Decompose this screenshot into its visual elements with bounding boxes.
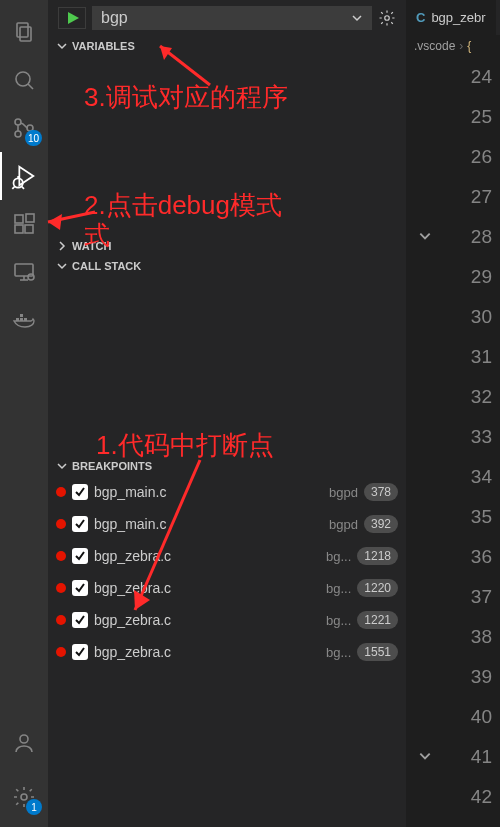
svg-rect-14 xyxy=(25,225,33,233)
line-number[interactable]: 30 xyxy=(406,297,500,337)
editor-area: C bgp_zebr .vscode › { 24252627282930313… xyxy=(406,0,500,827)
search-icon[interactable] xyxy=(0,56,48,104)
breakpoint-checkbox[interactable] xyxy=(72,612,88,628)
breakpoint-folder: bg... xyxy=(326,549,351,564)
debug-config-select[interactable]: bgp xyxy=(92,6,372,30)
svg-point-5 xyxy=(15,131,21,137)
editor-tab[interactable]: C bgp_zebr xyxy=(406,0,496,35)
breakpoint-row[interactable]: bgp_zebra.cbg...1220 xyxy=(56,572,398,604)
breakpoint-folder: bgpd xyxy=(329,517,358,532)
svg-rect-15 xyxy=(26,214,34,222)
line-number[interactable]: 25 xyxy=(406,97,500,137)
c-file-icon: C xyxy=(416,10,425,25)
callstack-body xyxy=(48,276,406,456)
breakpoint-checkbox[interactable] xyxy=(72,644,88,660)
svg-point-2 xyxy=(16,72,30,86)
breadcrumb[interactable]: .vscode › { xyxy=(406,35,500,57)
breakpoint-file: bgp_main.c xyxy=(94,484,323,500)
line-number[interactable]: 27 xyxy=(406,177,500,217)
line-number[interactable]: 26 xyxy=(406,137,500,177)
svg-point-27 xyxy=(385,16,390,21)
line-number[interactable]: 33 xyxy=(406,417,500,457)
breakpoint-file: bgp_zebra.c xyxy=(94,612,320,628)
activity-bar: 10 1 xyxy=(0,0,48,827)
settings-gear-icon[interactable]: 1 xyxy=(0,773,48,821)
breakpoint-checkbox[interactable] xyxy=(72,484,88,500)
section-callstack[interactable]: CALL STACK xyxy=(48,256,406,276)
chevron-down-icon xyxy=(56,460,68,472)
fold-chevron-icon[interactable] xyxy=(418,746,432,768)
breakpoint-checkbox[interactable] xyxy=(72,516,88,532)
line-gutter[interactable]: 24252627282930313233343536373839404142 xyxy=(406,57,500,817)
breakpoint-row[interactable]: bgp_zebra.cbg...1551 xyxy=(56,636,398,668)
start-debug-button[interactable] xyxy=(59,8,85,28)
chevron-down-icon xyxy=(56,260,68,272)
breakpoint-dot-icon xyxy=(56,487,66,497)
breakpoint-line-badge: 1221 xyxy=(357,611,398,629)
fold-chevron-icon[interactable] xyxy=(418,226,432,248)
breakpoint-line-badge: 1218 xyxy=(357,547,398,565)
breakpoint-line-badge: 392 xyxy=(364,515,398,533)
accounts-icon[interactable] xyxy=(0,719,48,767)
svg-rect-13 xyxy=(15,225,23,233)
breakpoint-row[interactable]: bgp_zebra.cbg...1218 xyxy=(56,540,398,572)
debug-sidebar: bgp VARIABLES WATCH CALL STACK BREAKPOIN… xyxy=(48,0,406,827)
svg-point-4 xyxy=(15,119,21,125)
line-number[interactable]: 42 xyxy=(406,777,500,817)
variables-body xyxy=(48,56,406,236)
breakpoints-list: bgp_main.cbgpd378bgp_main.cbgpd392bgp_ze… xyxy=(48,476,406,668)
line-number[interactable]: 41 xyxy=(406,737,500,777)
line-number[interactable]: 24 xyxy=(406,57,500,97)
svg-marker-7 xyxy=(19,167,33,186)
tab-filename: bgp_zebr xyxy=(431,10,485,25)
source-control-icon[interactable]: 10 xyxy=(0,104,48,152)
breakpoint-row[interactable]: bgp_zebra.cbg...1221 xyxy=(56,604,398,636)
chevron-down-icon xyxy=(56,40,68,52)
line-number[interactable]: 29 xyxy=(406,257,500,297)
breakpoint-folder: bg... xyxy=(326,645,351,660)
breakpoint-row[interactable]: bgp_main.cbgpd392 xyxy=(56,508,398,540)
line-number[interactable]: 36 xyxy=(406,537,500,577)
section-watch[interactable]: WATCH xyxy=(48,236,406,256)
breakpoint-dot-icon xyxy=(56,519,66,529)
breakpoint-checkbox[interactable] xyxy=(72,580,88,596)
breakpoint-dot-icon xyxy=(56,647,66,657)
svg-rect-1 xyxy=(20,27,31,41)
breakpoint-dot-icon xyxy=(56,615,66,625)
scm-badge: 10 xyxy=(25,130,42,146)
line-number[interactable]: 35 xyxy=(406,497,500,537)
breakpoint-dot-icon xyxy=(56,583,66,593)
breakpoint-folder: bg... xyxy=(326,581,351,596)
chevron-down-icon xyxy=(351,12,363,24)
line-number[interactable]: 38 xyxy=(406,617,500,657)
run-debug-icon[interactable] xyxy=(0,152,48,200)
line-number[interactable]: 32 xyxy=(406,377,500,417)
debug-config-name: bgp xyxy=(101,9,128,27)
breakpoint-line-badge: 1551 xyxy=(357,643,398,661)
line-number[interactable]: 39 xyxy=(406,657,500,697)
debug-settings-button[interactable] xyxy=(378,9,396,27)
explorer-icon[interactable] xyxy=(0,8,48,56)
breakpoint-dot-icon xyxy=(56,551,66,561)
docker-icon[interactable] xyxy=(0,296,48,344)
breakpoint-line-badge: 378 xyxy=(364,483,398,501)
breakpoint-file: bgp_zebra.c xyxy=(94,644,320,660)
line-number[interactable]: 31 xyxy=(406,337,500,377)
section-variables[interactable]: VARIABLES xyxy=(48,36,406,56)
extensions-icon[interactable] xyxy=(0,200,48,248)
svg-point-19 xyxy=(28,274,34,280)
breakpoint-row[interactable]: bgp_main.cbgpd378 xyxy=(56,476,398,508)
breakpoint-checkbox[interactable] xyxy=(72,548,88,564)
breakpoint-folder: bgpd xyxy=(329,485,358,500)
line-number[interactable]: 28 xyxy=(406,217,500,257)
line-number[interactable]: 37 xyxy=(406,577,500,617)
chevron-right-icon xyxy=(56,240,68,252)
settings-badge: 1 xyxy=(26,799,42,815)
breakpoint-file: bgp_zebra.c xyxy=(94,548,320,564)
section-breakpoints[interactable]: BREAKPOINTS xyxy=(48,456,406,476)
line-number[interactable]: 40 xyxy=(406,697,500,737)
svg-point-24 xyxy=(20,735,28,743)
breakpoint-folder: bg... xyxy=(326,613,351,628)
remote-explorer-icon[interactable] xyxy=(0,248,48,296)
line-number[interactable]: 34 xyxy=(406,457,500,497)
